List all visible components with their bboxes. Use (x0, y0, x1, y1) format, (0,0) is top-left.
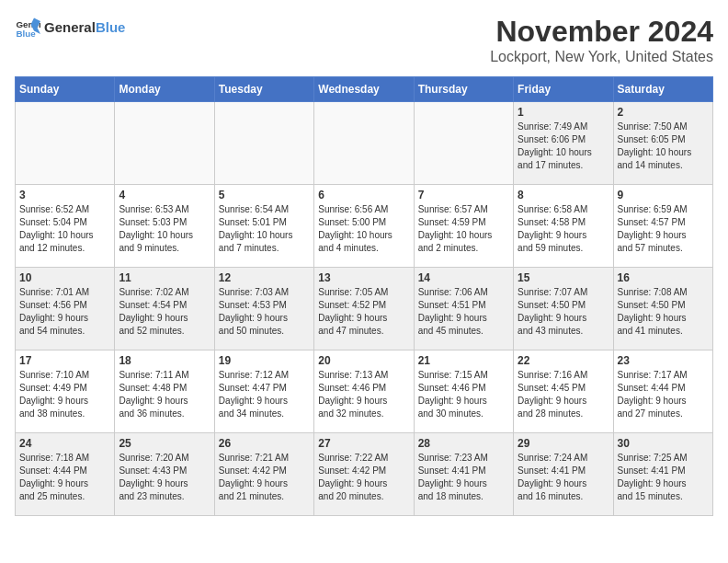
day-info: Sunrise: 7:23 AM Sunset: 4:41 PM Dayligh… (418, 452, 509, 503)
calendar-cell: 20Sunrise: 7:13 AM Sunset: 4:46 PM Dayli… (314, 350, 414, 433)
day-info: Sunrise: 7:08 AM Sunset: 4:50 PM Dayligh… (618, 286, 709, 338)
weekday-header-sunday: Sunday (16, 77, 115, 102)
calendar-table: SundayMondayTuesdayWednesdayThursdayFrid… (15, 76, 713, 516)
header: General Blue GeneralBlue November 2024 L… (15, 15, 713, 65)
day-number: 4 (119, 189, 210, 201)
location-title: Lockport, New York, United States (490, 49, 713, 65)
calendar-cell: 28Sunrise: 7:23 AM Sunset: 4:41 PM Dayli… (414, 433, 513, 516)
day-info: Sunrise: 6:58 AM Sunset: 4:58 PM Dayligh… (518, 203, 609, 255)
calendar-cell: 6Sunrise: 6:56 AM Sunset: 5:00 PM Daylig… (314, 185, 414, 268)
day-info: Sunrise: 7:11 AM Sunset: 4:48 PM Dayligh… (119, 369, 210, 420)
calendar-cell (214, 102, 313, 185)
calendar-week-2: 3Sunrise: 6:52 AM Sunset: 5:04 PM Daylig… (16, 185, 713, 268)
day-number: 22 (518, 354, 609, 367)
day-number: 16 (618, 271, 709, 284)
calendar-cell: 7Sunrise: 6:57 AM Sunset: 4:59 PM Daylig… (414, 185, 513, 268)
day-number: 6 (318, 189, 409, 201)
day-info: Sunrise: 7:17 AM Sunset: 4:44 PM Dayligh… (618, 369, 709, 420)
day-number: 9 (618, 189, 709, 201)
day-number: 24 (19, 437, 110, 450)
day-info: Sunrise: 7:18 AM Sunset: 4:44 PM Dayligh… (19, 452, 110, 503)
day-number: 11 (119, 271, 210, 284)
calendar-cell: 27Sunrise: 7:22 AM Sunset: 4:42 PM Dayli… (314, 433, 414, 516)
calendar-cell (314, 102, 414, 185)
calendar-cell: 26Sunrise: 7:21 AM Sunset: 4:42 PM Dayli… (214, 433, 313, 516)
day-info: Sunrise: 7:15 AM Sunset: 4:46 PM Dayligh… (418, 369, 509, 420)
day-info: Sunrise: 7:50 AM Sunset: 6:05 PM Dayligh… (618, 121, 709, 172)
day-info: Sunrise: 7:24 AM Sunset: 4:41 PM Dayligh… (518, 452, 609, 503)
calendar-cell: 8Sunrise: 6:58 AM Sunset: 4:58 PM Daylig… (514, 185, 613, 268)
day-number: 2 (618, 106, 709, 119)
day-number: 18 (119, 354, 210, 367)
calendar-body: 1Sunrise: 7:49 AM Sunset: 6:06 PM Daylig… (16, 102, 713, 516)
day-number: 20 (318, 354, 409, 367)
day-info: Sunrise: 7:01 AM Sunset: 4:56 PM Dayligh… (19, 286, 110, 338)
day-info: Sunrise: 7:22 AM Sunset: 4:42 PM Dayligh… (318, 452, 409, 503)
calendar-cell: 24Sunrise: 7:18 AM Sunset: 4:44 PM Dayli… (16, 433, 115, 516)
day-number: 27 (318, 437, 409, 450)
day-info: Sunrise: 7:20 AM Sunset: 4:43 PM Dayligh… (119, 452, 210, 503)
month-title: November 2024 (490, 15, 713, 49)
day-info: Sunrise: 7:10 AM Sunset: 4:49 PM Dayligh… (19, 369, 110, 420)
day-info: Sunrise: 7:02 AM Sunset: 4:54 PM Dayligh… (119, 286, 210, 338)
calendar-cell: 9Sunrise: 6:59 AM Sunset: 4:57 PM Daylig… (613, 185, 712, 268)
day-number: 8 (518, 189, 609, 201)
calendar-week-5: 24Sunrise: 7:18 AM Sunset: 4:44 PM Dayli… (16, 433, 713, 516)
calendar-cell: 13Sunrise: 7:05 AM Sunset: 4:52 PM Dayli… (314, 268, 414, 350)
day-number: 3 (19, 189, 110, 201)
calendar-week-1: 1Sunrise: 7:49 AM Sunset: 6:06 PM Daylig… (16, 102, 713, 185)
day-info: Sunrise: 7:03 AM Sunset: 4:53 PM Dayligh… (219, 286, 310, 338)
day-info: Sunrise: 7:12 AM Sunset: 4:47 PM Dayligh… (219, 369, 310, 420)
day-number: 15 (518, 271, 609, 284)
calendar-cell: 14Sunrise: 7:06 AM Sunset: 4:51 PM Dayli… (414, 268, 513, 350)
calendar-cell (16, 102, 115, 185)
day-number: 19 (219, 354, 310, 367)
day-info: Sunrise: 6:52 AM Sunset: 5:04 PM Dayligh… (19, 203, 110, 255)
day-number: 26 (219, 437, 310, 450)
svg-text:Blue: Blue (16, 29, 36, 39)
calendar-cell: 10Sunrise: 7:01 AM Sunset: 4:56 PM Dayli… (16, 268, 115, 350)
calendar-cell: 11Sunrise: 7:02 AM Sunset: 4:54 PM Dayli… (115, 268, 214, 350)
day-info: Sunrise: 7:49 AM Sunset: 6:06 PM Dayligh… (518, 121, 609, 172)
day-info: Sunrise: 7:05 AM Sunset: 4:52 PM Dayligh… (318, 286, 409, 338)
logo-icon: General Blue (15, 15, 40, 40)
day-number: 25 (119, 437, 210, 450)
calendar-cell: 17Sunrise: 7:10 AM Sunset: 4:49 PM Dayli… (16, 350, 115, 433)
weekday-header-monday: Monday (115, 77, 214, 102)
calendar-cell: 18Sunrise: 7:11 AM Sunset: 4:48 PM Dayli… (115, 350, 214, 433)
day-info: Sunrise: 7:13 AM Sunset: 4:46 PM Dayligh… (318, 369, 409, 420)
day-info: Sunrise: 6:59 AM Sunset: 4:57 PM Dayligh… (618, 203, 709, 255)
calendar-cell: 21Sunrise: 7:15 AM Sunset: 4:46 PM Dayli… (414, 350, 513, 433)
weekday-header-row: SundayMondayTuesdayWednesdayThursdayFrid… (16, 77, 713, 102)
day-info: Sunrise: 6:56 AM Sunset: 5:00 PM Dayligh… (318, 203, 409, 255)
day-info: Sunrise: 6:53 AM Sunset: 5:03 PM Dayligh… (119, 203, 210, 255)
calendar-cell: 29Sunrise: 7:24 AM Sunset: 4:41 PM Dayli… (514, 433, 613, 516)
logo-blue-text: Blue (96, 19, 126, 35)
title-area: November 2024 Lockport, New York, United… (490, 15, 713, 65)
logo: General Blue GeneralBlue (15, 15, 125, 40)
calendar-cell: 3Sunrise: 6:52 AM Sunset: 5:04 PM Daylig… (16, 185, 115, 268)
calendar-week-4: 17Sunrise: 7:10 AM Sunset: 4:49 PM Dayli… (16, 350, 713, 433)
day-number: 17 (19, 354, 110, 367)
weekday-header-thursday: Thursday (414, 77, 513, 102)
day-info: Sunrise: 7:07 AM Sunset: 4:50 PM Dayligh… (518, 286, 609, 338)
weekday-header-friday: Friday (514, 77, 613, 102)
calendar-cell: 2Sunrise: 7:50 AM Sunset: 6:05 PM Daylig… (613, 102, 712, 185)
calendar-cell: 12Sunrise: 7:03 AM Sunset: 4:53 PM Dayli… (214, 268, 313, 350)
day-info: Sunrise: 6:57 AM Sunset: 4:59 PM Dayligh… (418, 203, 509, 255)
calendar-cell: 16Sunrise: 7:08 AM Sunset: 4:50 PM Dayli… (613, 268, 712, 350)
day-number: 29 (518, 437, 609, 450)
weekday-header-wednesday: Wednesday (314, 77, 414, 102)
day-number: 13 (318, 271, 409, 284)
calendar-cell: 25Sunrise: 7:20 AM Sunset: 4:43 PM Dayli… (115, 433, 214, 516)
day-number: 5 (219, 189, 310, 201)
calendar-cell: 19Sunrise: 7:12 AM Sunset: 4:47 PM Dayli… (214, 350, 313, 433)
day-number: 21 (418, 354, 509, 367)
day-number: 12 (219, 271, 310, 284)
calendar-cell: 30Sunrise: 7:25 AM Sunset: 4:41 PM Dayli… (613, 433, 712, 516)
day-info: Sunrise: 6:54 AM Sunset: 5:01 PM Dayligh… (219, 203, 310, 255)
day-number: 30 (618, 437, 709, 450)
day-number: 14 (418, 271, 509, 284)
day-info: Sunrise: 7:25 AM Sunset: 4:41 PM Dayligh… (618, 452, 709, 503)
weekday-header-tuesday: Tuesday (214, 77, 313, 102)
